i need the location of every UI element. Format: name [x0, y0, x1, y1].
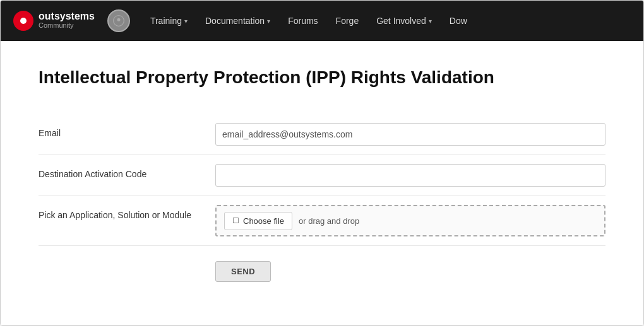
- choose-file-label: Choose file: [243, 216, 284, 226]
- outsystems-logo-icon: [13, 11, 33, 31]
- logo-subtitle: Community: [39, 21, 95, 30]
- nav-get-involved[interactable]: Get Involved ▾: [369, 11, 439, 31]
- chevron-down-icon: ▾: [429, 18, 432, 25]
- nav-forge[interactable]: Forge: [328, 11, 367, 31]
- email-input[interactable]: [215, 123, 605, 146]
- file-drop-zone[interactable]: ☐ Choose file or drag and drop: [215, 205, 605, 236]
- navbar: outsystems Community Training ▾ Document…: [1, 1, 643, 41]
- logo-name: outsystems: [39, 11, 95, 21]
- nav-forums[interactable]: Forums: [280, 11, 325, 31]
- nav-documentation[interactable]: Documentation ▾: [198, 11, 278, 31]
- drag-drop-text: or drag and drop: [299, 216, 359, 226]
- page-title: Intellectual Property Protection (IPP) R…: [39, 66, 605, 89]
- nav-training[interactable]: Training ▾: [143, 11, 195, 31]
- email-row: Email: [39, 114, 605, 155]
- checkbox-icon: ☐: [232, 216, 239, 225]
- send-button[interactable]: SEND: [215, 261, 271, 282]
- app-window: outsystems Community Training ▾ Document…: [0, 0, 644, 326]
- activation-code-input[interactable]: [215, 164, 605, 187]
- nav-logo-text: outsystems Community: [39, 11, 95, 30]
- chevron-down-icon: ▾: [267, 18, 270, 25]
- form-section: Email Destination Activation Code Pick a…: [39, 114, 605, 246]
- pick-app-label: Pick an Application, Solution or Module: [39, 205, 215, 220]
- activation-code-label: Destination Activation Code: [39, 164, 215, 179]
- email-label: Email: [39, 123, 215, 138]
- nav-logo[interactable]: outsystems Community: [13, 11, 95, 31]
- email-field-container: [215, 123, 605, 146]
- choose-file-button[interactable]: ☐ Choose file: [224, 212, 292, 230]
- logo-inner-circle: [20, 18, 27, 24]
- community-badge: [107, 9, 130, 32]
- pick-app-row: Pick an Application, Solution or Module …: [39, 196, 605, 246]
- chevron-down-icon: ▾: [184, 18, 188, 25]
- nav-links: Training ▾ Documentation ▾ Forums Forge …: [143, 11, 631, 31]
- main-content: Intellectual Property Protection (IPP) R…: [1, 41, 643, 325]
- file-drop-field: ☐ Choose file or drag and drop: [215, 205, 605, 236]
- nav-dow[interactable]: Dow: [442, 11, 475, 31]
- activation-code-row: Destination Activation Code: [39, 155, 605, 196]
- form-actions: SEND: [39, 246, 605, 282]
- svg-point-1: [117, 18, 120, 21]
- activation-code-field-container: [215, 164, 605, 187]
